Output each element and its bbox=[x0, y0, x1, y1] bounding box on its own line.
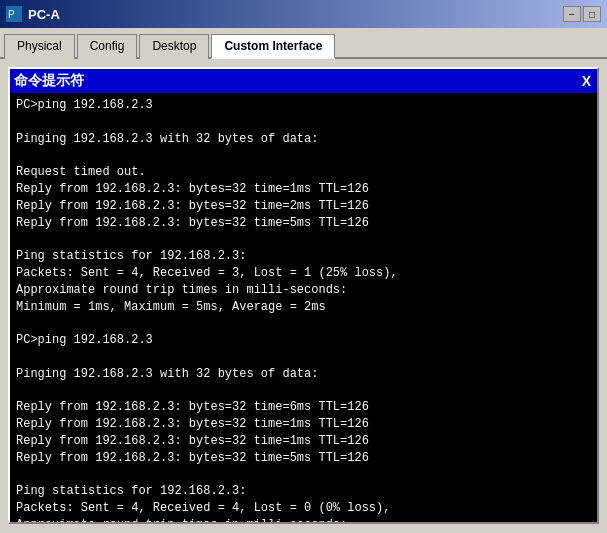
cmd-line: Reply from 192.168.2.3: bytes=32 time=1m… bbox=[16, 181, 591, 198]
cmd-body[interactable]: PC>ping 192.168.2.3 Pinging 192.168.2.3 … bbox=[10, 93, 597, 522]
cmd-title-bar: 命令提示符 X bbox=[10, 69, 597, 93]
cmd-line: Packets: Sent = 4, Received = 3, Lost = … bbox=[16, 265, 591, 282]
cmd-line: Ping statistics for 192.168.2.3: bbox=[16, 248, 591, 265]
tab-bar: Physical Config Desktop Custom Interface bbox=[0, 28, 607, 59]
cmd-line bbox=[16, 231, 591, 248]
cmd-line: PC>ping 192.168.2.3 bbox=[16, 97, 591, 114]
window-title: PC-A bbox=[28, 7, 60, 22]
tab-custom-interface[interactable]: Custom Interface bbox=[211, 34, 335, 59]
title-bar-buttons: − □ bbox=[563, 6, 601, 22]
app-icon: P bbox=[6, 6, 22, 22]
cmd-title-text: 命令提示符 bbox=[14, 72, 84, 90]
svg-text:P: P bbox=[8, 9, 15, 20]
cmd-line bbox=[16, 315, 591, 332]
cmd-line: Request timed out. bbox=[16, 164, 591, 181]
cmd-line: Pinging 192.168.2.3 with 32 bytes of dat… bbox=[16, 366, 591, 383]
tab-physical[interactable]: Physical bbox=[4, 34, 75, 59]
cmd-close-button[interactable]: X bbox=[580, 73, 593, 89]
cmd-line: Pinging 192.168.2.3 with 32 bytes of dat… bbox=[16, 131, 591, 148]
cmd-line: Minimum = 1ms, Maximum = 5ms, Average = … bbox=[16, 299, 591, 316]
tab-desktop[interactable]: Desktop bbox=[139, 34, 209, 59]
cmd-line bbox=[16, 383, 591, 400]
cmd-line: Reply from 192.168.2.3: bytes=32 time=2m… bbox=[16, 198, 591, 215]
content-area: 命令提示符 X PC>ping 192.168.2.3 Pinging 192.… bbox=[0, 59, 607, 532]
cmd-line: Ping statistics for 192.168.2.3: bbox=[16, 483, 591, 500]
cmd-line: Reply from 192.168.2.3: bytes=32 time=5m… bbox=[16, 450, 591, 467]
cmd-line: Reply from 192.168.2.3: bytes=32 time=6m… bbox=[16, 399, 591, 416]
cmd-line: Approximate round trip times in milli-se… bbox=[16, 282, 591, 299]
maximize-button[interactable]: □ bbox=[583, 6, 601, 22]
tab-config[interactable]: Config bbox=[77, 34, 138, 59]
cmd-line: Reply from 192.168.2.3: bytes=32 time=1m… bbox=[16, 416, 591, 433]
cmd-line: Reply from 192.168.2.3: bytes=32 time=1m… bbox=[16, 433, 591, 450]
title-bar: P PC-A − □ bbox=[0, 0, 607, 28]
minimize-button[interactable]: − bbox=[563, 6, 581, 22]
cmd-line bbox=[16, 114, 591, 131]
cmd-line bbox=[16, 147, 591, 164]
cmd-line: Packets: Sent = 4, Received = 4, Lost = … bbox=[16, 500, 591, 517]
cmd-window: 命令提示符 X PC>ping 192.168.2.3 Pinging 192.… bbox=[8, 67, 599, 524]
cmd-line bbox=[16, 349, 591, 366]
cmd-line bbox=[16, 467, 591, 484]
title-bar-left: P PC-A bbox=[6, 6, 60, 22]
cmd-line: Approximate round trip times in milli-se… bbox=[16, 517, 591, 522]
cmd-line: Reply from 192.168.2.3: bytes=32 time=5m… bbox=[16, 215, 591, 232]
cmd-line: PC>ping 192.168.2.3 bbox=[16, 332, 591, 349]
